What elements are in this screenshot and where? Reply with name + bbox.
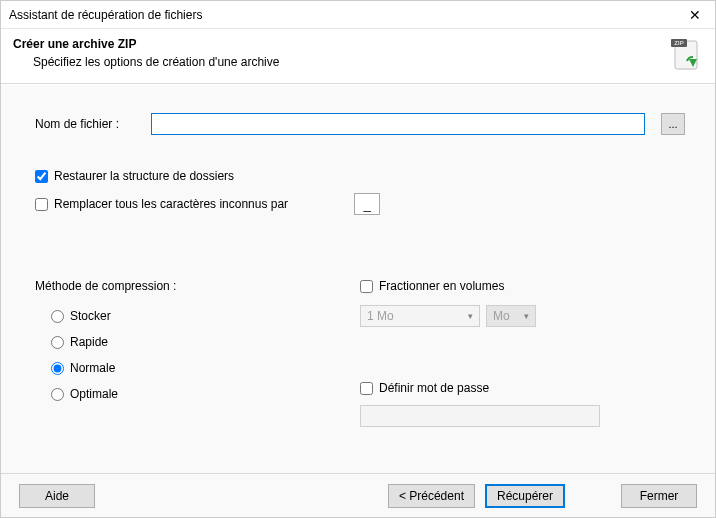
replace-unknown-checkbox[interactable] bbox=[35, 198, 48, 211]
split-volumes-checkbox[interactable] bbox=[360, 280, 373, 293]
compression-radio-rapide[interactable] bbox=[51, 336, 64, 349]
volume-unit-value: Mo bbox=[493, 309, 510, 323]
set-password-checkbox[interactable] bbox=[360, 382, 373, 395]
volume-size-value: 1 Mo bbox=[367, 309, 394, 323]
zip-archive-icon: ZIP bbox=[667, 37, 703, 73]
svg-text:ZIP: ZIP bbox=[674, 40, 683, 46]
window-title: Assistant de récupération de fichiers bbox=[9, 8, 202, 22]
filename-label: Nom de fichier : bbox=[35, 117, 135, 131]
browse-button[interactable]: ... bbox=[661, 113, 685, 135]
recover-button[interactable]: Récupérer bbox=[485, 484, 565, 508]
compression-option-label: Normale bbox=[70, 361, 115, 375]
volume-unit-select: Mo ▾ bbox=[486, 305, 536, 327]
page-heading: Créer une archive ZIP bbox=[13, 37, 279, 51]
close-button[interactable]: Fermer bbox=[621, 484, 697, 508]
set-password-label: Définir mot de passe bbox=[379, 381, 489, 395]
compression-option-label: Rapide bbox=[70, 335, 108, 349]
filename-input[interactable] bbox=[151, 113, 645, 135]
replace-char-input[interactable] bbox=[354, 193, 380, 215]
restore-structure-checkbox[interactable] bbox=[35, 170, 48, 183]
split-volumes-label: Fractionner en volumes bbox=[379, 279, 504, 293]
compression-radio-optimale[interactable] bbox=[51, 388, 64, 401]
page-subtitle: Spécifiez les options de création d'une … bbox=[33, 55, 279, 69]
restore-structure-label: Restaurer la structure de dossiers bbox=[54, 169, 234, 183]
back-button[interactable]: < Précédent bbox=[388, 484, 475, 508]
footer: Aide < Précédent Récupérer Fermer bbox=[1, 473, 715, 517]
header: Créer une archive ZIP Spécifiez les opti… bbox=[1, 29, 715, 84]
chevron-down-icon: ▾ bbox=[468, 311, 473, 321]
compression-radio-stocker[interactable] bbox=[51, 310, 64, 323]
replace-unknown-label: Remplacer tous les caractères inconnus p… bbox=[54, 197, 288, 211]
compression-radio-normale[interactable] bbox=[51, 362, 64, 375]
close-icon[interactable]: ✕ bbox=[683, 5, 707, 25]
password-input bbox=[360, 405, 600, 427]
compression-option-label: Stocker bbox=[70, 309, 111, 323]
form-body: Nom de fichier : ... Restaurer la struct… bbox=[1, 84, 715, 473]
help-button[interactable]: Aide bbox=[19, 484, 95, 508]
chevron-down-icon: ▾ bbox=[524, 311, 529, 321]
compression-method-label: Méthode de compression : bbox=[35, 279, 360, 293]
titlebar: Assistant de récupération de fichiers ✕ bbox=[1, 1, 715, 29]
compression-radio-group: Stocker Rapide Normale Optimale bbox=[51, 309, 360, 401]
volume-size-select: 1 Mo ▾ bbox=[360, 305, 480, 327]
compression-option-label: Optimale bbox=[70, 387, 118, 401]
